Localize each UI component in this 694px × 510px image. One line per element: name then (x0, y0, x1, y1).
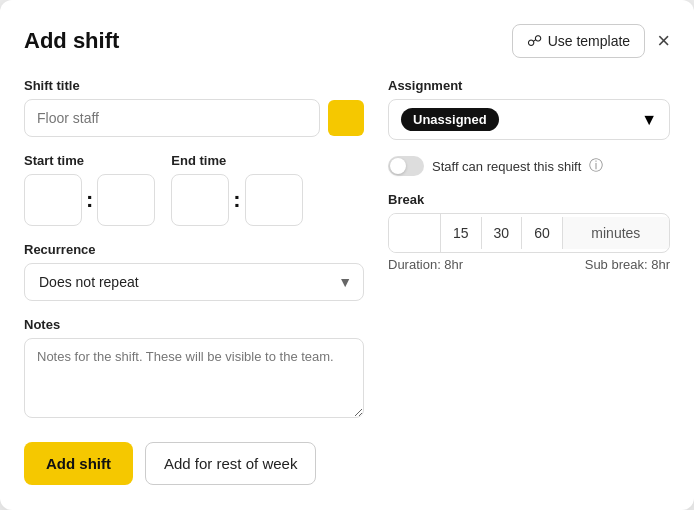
info-icon: ⓘ (589, 157, 603, 175)
header-actions: ☍ Use template × (512, 24, 670, 58)
recurrence-select[interactable]: Does not repeat Daily Weekly Monthly (24, 263, 364, 301)
recurrence-wrapper: Does not repeat Daily Weekly Monthly ▼ (24, 263, 364, 301)
shift-title-row (24, 99, 364, 137)
end-time-field: End time 17 : 0 (171, 153, 302, 226)
recurrence-label: Recurrence (24, 242, 364, 257)
start-time-field: Start time 9 : 0 (24, 153, 155, 226)
break-input[interactable]: 0 (389, 214, 441, 252)
start-time-label: Start time (24, 153, 155, 168)
modal-title: Add shift (24, 28, 119, 54)
shift-title-field: Shift title (24, 78, 364, 137)
start-time-inputs: 9 : 0 (24, 174, 155, 226)
duration-label: Duration: 8hr (388, 257, 463, 272)
break-30-button[interactable]: 30 (482, 217, 523, 249)
shift-title-label: Shift title (24, 78, 364, 93)
right-column: Assignment Unassigned ▼ Staff can reques… (388, 78, 670, 422)
staff-request-row: Staff can request this shift ⓘ (388, 156, 670, 176)
add-shift-button[interactable]: Add shift (24, 442, 133, 485)
use-template-button[interactable]: ☍ Use template (512, 24, 645, 58)
notes-label: Notes (24, 317, 364, 332)
assignment-label: Assignment (388, 78, 670, 93)
duration-row: Duration: 8hr Sub break: 8hr (388, 257, 670, 272)
assignment-chevron-icon: ▼ (641, 111, 657, 129)
staff-request-toggle[interactable] (388, 156, 424, 176)
shift-title-input[interactable] (24, 99, 320, 137)
break-60-button[interactable]: 60 (522, 217, 562, 249)
color-swatch-button[interactable] (328, 100, 364, 136)
use-template-label: Use template (548, 33, 630, 49)
break-field: Break 0 15 30 60 minutes Duration: 8hr S… (388, 192, 670, 272)
end-minute-input[interactable]: 0 (245, 174, 303, 226)
close-button[interactable]: × (657, 30, 670, 52)
modal-footer: Add shift Add for rest of week (24, 442, 670, 485)
notes-textarea[interactable] (24, 338, 364, 418)
content-columns: Shift title Start time 9 : 0 End time (24, 78, 670, 422)
start-minute-input[interactable]: 0 (97, 174, 155, 226)
break-label: Break (388, 192, 670, 207)
break-unit-label: minutes (562, 217, 669, 249)
break-row: 0 15 30 60 minutes (388, 213, 670, 253)
left-column: Shift title Start time 9 : 0 End time (24, 78, 364, 422)
assignment-field: Assignment Unassigned ▼ (388, 78, 670, 140)
toggle-knob (390, 158, 406, 174)
end-hour-input[interactable]: 17 (171, 174, 229, 226)
modal-header: Add shift ☍ Use template × (24, 24, 670, 58)
notes-field: Notes (24, 317, 364, 422)
sub-break-label: Sub break: 8hr (585, 257, 670, 272)
recurrence-field: Recurrence Does not repeat Daily Weekly … (24, 242, 364, 301)
end-time-colon: : (233, 187, 240, 213)
start-hour-input[interactable]: 9 (24, 174, 82, 226)
break-15-button[interactable]: 15 (441, 217, 482, 249)
start-time-colon: : (86, 187, 93, 213)
add-shift-modal: Add shift ☍ Use template × Shift title S… (0, 0, 694, 510)
add-rest-of-week-button[interactable]: Add for rest of week (145, 442, 316, 485)
time-section: Start time 9 : 0 End time 17 : 0 (24, 153, 364, 226)
template-icon: ☍ (527, 32, 542, 50)
end-time-label: End time (171, 153, 302, 168)
end-time-inputs: 17 : 0 (171, 174, 302, 226)
assignment-dropdown[interactable]: Unassigned ▼ (388, 99, 670, 140)
unassigned-badge: Unassigned (401, 108, 499, 131)
staff-request-label: Staff can request this shift (432, 159, 581, 174)
